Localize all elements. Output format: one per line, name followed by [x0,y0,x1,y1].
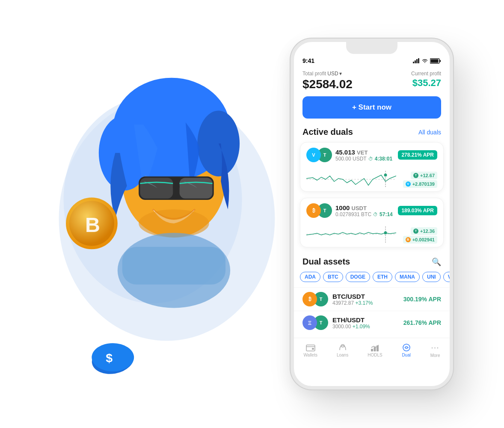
hodls-icon [370,343,379,352]
timer-icon-2: ⏱ [373,212,378,217]
svg-text:B: B [85,213,100,236]
vet-gain-tether: T +12.67 [411,172,437,179]
btc-icon: ₿ [306,203,321,218]
active-duals-title: Active duals [302,127,353,137]
signal-icon [413,58,420,63]
current-profit-amount: $35.27 [411,77,441,89]
battery-icon [430,58,441,64]
svg-rect-19 [413,62,414,63]
illustration-svg: B $ [38,21,286,407]
dual-card-vet[interactable]: V T 45.013 VET 500.00 USDT ⏱ 4:38:01 [300,142,444,192]
wifi-icon [421,58,428,63]
filter-doge[interactable]: DOGE [346,272,370,282]
nav-loans-label: Loans [337,353,348,357]
all-duals-link[interactable]: All duals [418,129,441,136]
btc-sub: 0.0278931 BTC ⏱ 57:14 [335,211,393,217]
profit-section: Total profit USD ▾ $2584.02 Current prof… [294,66,450,96]
svg-rect-32 [306,345,315,351]
dual-card-vet-header: V T 45.013 VET 500.00 USDT ⏱ 4:38:01 [300,143,443,165]
loans-icon [338,343,347,352]
svg-point-31 [384,232,387,235]
page-container: B $ [0,0,504,428]
btc-mini-chart: T +12.36 B +0.002941 [300,220,443,247]
vet-gain-vet: V +2.870139 [403,180,437,188]
dual-icon [402,343,411,352]
filter-uni[interactable]: UNI [422,272,441,282]
nav-wallets[interactable]: Wallets [304,343,317,357]
filter-pills: ADA BTC DOGE ETH MANA UNI VET [294,272,450,287]
asset-item-btc[interactable]: ₿ T BTC/USDT 43972.87 +3.17% 300.19% APR [294,287,450,311]
timer-icon-1: ⏱ [368,156,373,161]
btc-dual-info: 1000 USDT 0.0278931 BTC ⏱ 57:14 [335,204,393,217]
dual-card-btc[interactable]: ₿ T 1000 USDT 0.0278931 BTC ⏱ 57:14 [300,198,444,247]
svg-rect-21 [416,59,418,63]
vet-amount: 45.013 VET [335,149,392,156]
nav-more[interactable]: ··· More [430,342,440,358]
illustration-area: B $ [38,21,286,407]
vet-token-icons: V T [306,148,332,162]
btc-token-icons: ₿ T [306,203,332,218]
dual-card-btc-header: ₿ T 1000 USDT 0.0278931 BTC ⏱ 57:14 [300,198,443,220]
dual-card-vet-left: V T 45.013 VET 500.00 USDT ⏱ 4:38:01 [306,148,392,162]
total-profit-amount: $2584.02 [302,77,353,91]
btc-amount: 1000 USDT [335,204,393,211]
svg-rect-22 [418,58,419,63]
asset-eth-info: ETH/USDT 3000.00 +1.09% [332,316,370,330]
asset-btc-icon: ₿ [302,292,317,306]
active-duals-header: Active duals All duals [294,126,450,142]
phone-mockup: 9:41 [278,39,466,389]
current-profit-label: Current profit [411,71,441,77]
filter-eth[interactable]: ETH [373,272,392,282]
dual-assets-title: Dual assets [302,257,350,267]
btc-timer: 57:14 [379,211,393,217]
usd-badge[interactable]: USD ▾ [327,71,341,77]
btc-gain-btc: B +0.002941 [403,236,437,244]
start-now-button[interactable]: + Start now [302,96,441,119]
total-profit-label: Total profit USD ▾ [302,71,353,77]
bottom-nav: Wallets Loans HODLS [294,338,450,365]
dual-assets-header: Dual assets 🔍 [294,253,450,272]
phone-frame: 9:41 [291,39,453,389]
vet-timer: 4:38:01 [375,156,392,162]
asset-eth-icon: Ξ [302,315,317,330]
asset-btc-apr: 300.19% APR [403,296,441,303]
wallets-icon [306,343,315,352]
filter-mana[interactable]: MANA [395,272,420,282]
asset-btc-left: ₿ T BTC/USDT 43972.87 +3.17% [302,292,373,306]
filter-btc[interactable]: BTC [323,272,343,282]
dual-card-btc-left: ₿ T 1000 USDT 0.0278931 BTC ⏱ 57:14 [306,203,393,218]
vet-dual-info: 45.013 VET 500.00 USDT ⏱ 4:38:01 [335,149,392,162]
svg-rect-24 [440,60,441,62]
btc-gains: T +12.36 B +0.002941 [403,227,437,244]
filter-ada[interactable]: ADA [300,272,320,282]
svg-rect-7 [140,178,173,198]
search-icon[interactable]: 🔍 [432,257,441,267]
asset-item-eth[interactable]: Ξ T ETH/USDT 3000.00 +1.09% 261.76% APR [294,311,450,334]
svg-point-17 [92,343,134,372]
nav-hodls[interactable]: HODLS [368,343,382,357]
nav-wallets-label: Wallets [304,353,317,357]
nav-dual[interactable]: Dual [402,343,411,357]
nav-more-label: More [430,353,440,358]
status-time: 9:41 [302,57,314,64]
vet-chart-svg [306,166,396,188]
asset-btc-pair: BTC/USDT [332,293,373,300]
asset-eth-sub: 3000.00 +1.09% [332,324,370,330]
vet-sub: 500.00 USDT ⏱ 4:38:01 [335,156,392,162]
nav-dual-label: Dual [402,353,411,357]
more-icon: ··· [431,342,439,352]
svg-rect-35 [371,349,373,351]
asset-eth-pair: ETH/USDT [332,316,370,324]
nav-loans[interactable]: Loans [337,343,348,357]
svg-rect-20 [415,60,416,63]
phone-notch [346,42,397,54]
filter-vet[interactable]: VET [443,272,450,282]
svg-rect-25 [431,59,439,62]
asset-eth-icons: Ξ T [302,315,328,330]
profit-right: Current profit $35.27 [411,71,441,89]
svg-point-28 [384,174,387,177]
status-icons [413,58,441,64]
vet-gains: T +12.67 V +2.870139 [403,172,437,188]
asset-btc-icons: ₿ T [302,292,328,306]
svg-rect-12 [122,247,225,285]
